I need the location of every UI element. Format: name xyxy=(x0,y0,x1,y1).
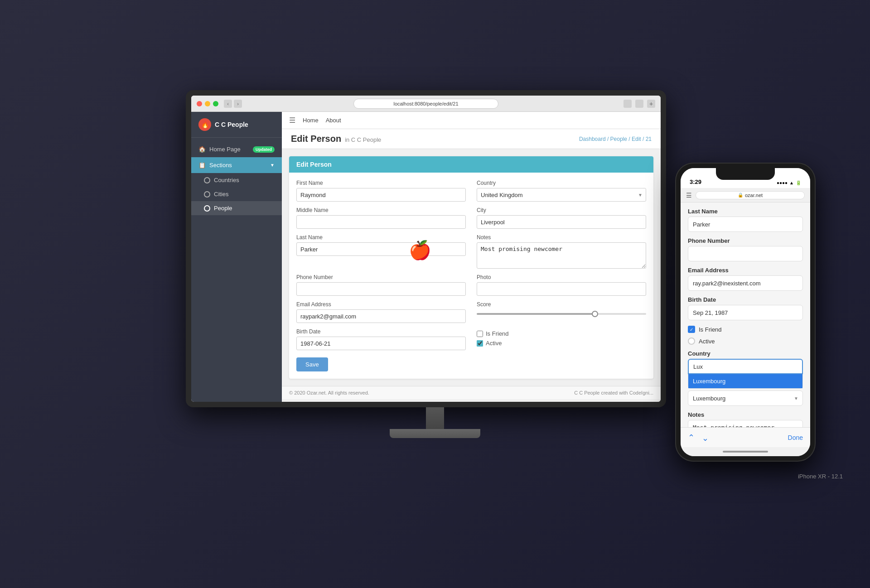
main-content: ☰ Home About Edit Person in C C People D… xyxy=(282,112,661,402)
nav-home-link[interactable]: Home xyxy=(303,117,319,124)
phone-active-label: Active xyxy=(699,338,715,345)
save-button[interactable]: Save xyxy=(296,357,328,371)
page-title-group: Edit Person in C C People xyxy=(291,134,381,144)
phone-country-autocomplete-input[interactable] xyxy=(688,359,803,374)
first-name-input[interactable] xyxy=(296,188,466,202)
phone-country-select[interactable] xyxy=(688,390,803,406)
mac-add-tab-icon[interactable]: + xyxy=(647,100,655,108)
mac-titlebar: ‹ › localhost:8080/people/edit/21 + xyxy=(191,96,661,112)
form-group-photo: Photo xyxy=(477,274,646,296)
top-nav: ☰ Home About xyxy=(282,112,661,129)
radio-people xyxy=(204,205,210,212)
score-thumb[interactable] xyxy=(592,311,598,317)
phone-is-friend-checkbox[interactable]: ✓ xyxy=(688,326,695,333)
browser-footer: © 2020 Ozar.net. All rights reserved. C … xyxy=(282,386,661,399)
sidebar-item-countries[interactable]: Countries xyxy=(191,173,282,187)
phone-done-button[interactable]: Done xyxy=(788,434,803,441)
phone-home-indicator xyxy=(681,447,810,456)
phone-toolbar: ⌃ ⌃ Done xyxy=(681,427,810,447)
phone-country-dropdown: Luxembourg xyxy=(688,374,803,389)
phone-is-friend-label: Is Friend xyxy=(699,326,722,333)
sidebar-item-countries-label: Countries xyxy=(214,177,239,183)
is-friend-label: Is Friend xyxy=(486,330,509,337)
country-label: Country xyxy=(477,180,646,186)
hamburger-icon[interactable]: ☰ xyxy=(289,116,295,125)
mac-more-icon xyxy=(635,100,643,108)
first-name-label: First Name xyxy=(296,180,466,186)
phone-phone-label: Phone Number xyxy=(688,237,803,244)
notes-textarea[interactable]: Most promising newcomer xyxy=(477,242,646,269)
phone-notes-textarea[interactable]: Most promising newcomer. xyxy=(688,420,803,427)
phone-active-checkbox[interactable] xyxy=(688,337,695,345)
phone-email-input[interactable] xyxy=(688,275,803,291)
middle-name-input[interactable] xyxy=(296,215,466,229)
form-group-first-name: First Name xyxy=(296,180,466,202)
phone-last-name-label: Last Name xyxy=(688,208,803,215)
sidebar-item-sections-label: Sections xyxy=(209,162,232,169)
form-group-middle-name: Middle Name xyxy=(296,207,466,229)
breadcrumb: Dashboard / People / Edit / 21 xyxy=(579,136,652,142)
sidebar-nav: 🏠 Home Page Updated 📋 Sections ▼ xyxy=(191,138,282,219)
photo-input[interactable] xyxy=(477,282,646,296)
mac-url-bar[interactable]: localhost:8080/people/edit/21 xyxy=(353,99,498,109)
phone-last-name-input[interactable] xyxy=(688,217,803,232)
phone-forward-icon[interactable]: ⌃ xyxy=(702,433,709,443)
mac-minimize-dot[interactable] xyxy=(205,101,210,106)
phone-notch xyxy=(716,168,775,180)
form-group-notes: Notes Most promising newcomer xyxy=(477,234,646,269)
notes-label: Notes xyxy=(477,234,646,241)
form-group-checkboxes: Is Friend Active xyxy=(477,328,646,350)
mac-nav-back[interactable]: ‹ › xyxy=(224,100,242,108)
mac-window-controls xyxy=(197,101,218,106)
is-friend-checkbox[interactable] xyxy=(477,331,483,337)
phone-device-label: iPhone XR - 12.1 xyxy=(798,473,843,480)
phone-signal-icon: ●●●● xyxy=(777,180,788,185)
footer-made-with: C C People created with CodeIgni... xyxy=(574,390,653,395)
mac-close-dot[interactable] xyxy=(197,101,202,106)
form-card-header: Edit Person xyxy=(289,156,653,173)
phone-back-icon[interactable]: ⌃ xyxy=(688,433,695,443)
middle-name-label: Middle Name xyxy=(296,207,466,213)
sidebar-item-home[interactable]: 🏠 Home Page Updated xyxy=(191,141,282,157)
city-label: City xyxy=(477,207,646,213)
city-input[interactable] xyxy=(477,215,646,229)
phone-time: 3:29 xyxy=(690,178,701,185)
sidebar-item-people[interactable]: People xyxy=(191,201,282,215)
phone-phone-input[interactable] xyxy=(688,246,803,261)
phone-form-group-email: Email Address xyxy=(688,267,803,291)
phone-dropdown-item-luxembourg[interactable]: Luxembourg xyxy=(688,374,802,388)
is-friend-row: Is Friend xyxy=(477,330,646,337)
phone-form-group-birth-date: Birth Date xyxy=(688,296,803,320)
page-subtitle: in C C People xyxy=(345,136,381,143)
phone-notes-label: Notes xyxy=(688,411,803,418)
last-name-input[interactable] xyxy=(296,242,466,256)
country-select[interactable] xyxy=(477,188,646,202)
sidebar-item-cities[interactable]: Cities xyxy=(191,187,282,201)
active-checkbox[interactable] xyxy=(477,340,483,347)
page-header: Edit Person in C C People Dashboard / Pe… xyxy=(282,129,661,149)
mac-stand-neck xyxy=(426,407,444,430)
phone-form: Last Name Phone Number Email Address xyxy=(681,202,810,427)
phone-input[interactable] xyxy=(296,282,466,296)
phone-home-bar xyxy=(723,451,768,453)
sections-icon: 📋 xyxy=(198,162,206,169)
phone-email-label: Email Address xyxy=(688,267,803,274)
home-icon: 🏠 xyxy=(198,146,206,153)
phone-country-select-wrapper: ▼ xyxy=(688,390,803,406)
mac-stand-base xyxy=(390,429,480,438)
phone-birth-date-input[interactable] xyxy=(688,305,803,320)
phone-hamburger-icon[interactable]: ☰ xyxy=(686,192,692,199)
form-group-city: City xyxy=(477,207,646,229)
mac-expand-dot[interactable] xyxy=(213,101,218,106)
email-input[interactable] xyxy=(296,309,466,323)
birth-date-input[interactable] xyxy=(296,337,466,350)
phone-status-right: ●●●● ▲ 🔋 xyxy=(777,180,801,185)
brand-name: C C People xyxy=(215,121,248,128)
form-group-last-name: Last Name xyxy=(296,234,466,269)
phone-form-group-country: Country Luxembourg xyxy=(688,350,803,389)
phone-wifi-icon: ▲ xyxy=(789,180,794,185)
nav-about-link[interactable]: About xyxy=(326,117,341,124)
form-group-country: Country ▼ xyxy=(477,180,646,202)
phone-url-bar[interactable]: 🔒 ozar.net xyxy=(696,191,805,199)
sidebar-item-sections[interactable]: 📋 Sections ▼ xyxy=(191,157,282,173)
